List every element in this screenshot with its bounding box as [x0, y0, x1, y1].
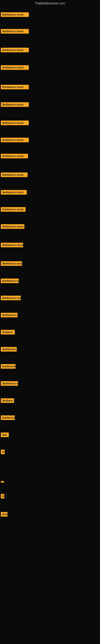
bottleneck-label-20[interactable]: Bottleneck r [1, 347, 17, 352]
bottleneck-label-1[interactable]: Bottleneck result [1, 12, 29, 17]
result-row-2: Bottleneck result [1, 29, 29, 34]
bottleneck-label-22[interactable]: Bottleneck re [1, 381, 18, 386]
result-row-7: Bottleneck result [1, 120, 29, 126]
result-row-28: B [1, 494, 4, 499]
bottleneck-label-15[interactable]: Bottleneck result [1, 261, 22, 266]
result-row-8: Bottleneck result [1, 138, 29, 143]
bottleneck-label-10[interactable]: Bottleneck result [1, 172, 28, 177]
bottleneck-label-14[interactable]: Bottleneck result [1, 243, 23, 247]
result-row-29: Bott [1, 512, 8, 518]
result-row-9: Bottleneck result [1, 154, 28, 159]
result-row-4: Bottleneck result [1, 65, 29, 71]
result-row-24: Bottleneck [1, 416, 15, 421]
bottleneck-label-17[interactable]: Bottleneck result [1, 296, 21, 300]
bottleneck-label-6[interactable]: Bottleneck result [1, 102, 29, 107]
bottleneck-label-12[interactable]: Bottleneck result [1, 207, 26, 212]
result-row-13: Bottleneck result [1, 224, 24, 230]
bottleneck-label-7[interactable]: Bottleneck result [1, 120, 29, 125]
result-row-25: Bot [1, 432, 9, 438]
result-row-26: B [1, 450, 5, 455]
bottleneck-label-23[interactable]: Bottlene [1, 398, 14, 403]
result-row-12: Bottleneck result [1, 207, 26, 212]
result-row-21: Bottleneck [1, 364, 16, 370]
site-title: TheBottlenecker.com [0, 0, 100, 7]
bottleneck-label-5[interactable]: Bottleneck result [1, 85, 29, 89]
result-row-11: Bottleneck result [1, 190, 27, 196]
bottleneck-label-29[interactable]: Bott [1, 512, 8, 516]
bottleneck-label-21[interactable]: Bottleneck [1, 364, 16, 369]
result-row-15: Bottleneck result [1, 261, 22, 267]
bottleneck-label-13[interactable]: Bottleneck result [1, 224, 24, 229]
bottleneck-label-2[interactable]: Bottleneck result [1, 29, 29, 34]
result-row-17: Bottleneck result [1, 296, 21, 301]
bottleneck-label-9[interactable]: Bottleneck result [1, 154, 28, 158]
result-row-20: Bottleneck r [1, 347, 17, 352]
result-row-27 [1, 480, 4, 484]
bottleneck-label-25[interactable]: Bot [1, 432, 9, 437]
result-row-14: Bottleneck result [1, 243, 23, 248]
result-row-5: Bottleneck result [1, 85, 29, 90]
result-row-22: Bottleneck re [1, 381, 18, 386]
bottleneck-label-18[interactable]: Bottleneck r [1, 313, 18, 317]
result-row-10: Bottleneck result [1, 172, 28, 178]
result-row-19: Bottlene [1, 330, 15, 335]
bottleneck-label-19[interactable]: Bottlene [1, 330, 15, 334]
bottleneck-label-28[interactable]: B [1, 494, 4, 498]
bottleneck-label-26[interactable]: B [1, 450, 5, 454]
result-row-18: Bottleneck r [1, 313, 18, 318]
result-row-16: Bottleneck re [1, 278, 19, 284]
bottleneck-label-3[interactable]: Bottleneck result [1, 48, 29, 52]
bottleneck-label-27[interactable] [1, 481, 4, 482]
bottleneck-label-8[interactable]: Bottleneck result [1, 138, 29, 142]
result-row-1: Bottleneck result [1, 12, 29, 18]
result-row-23: Bottlene [1, 398, 14, 404]
result-row-3: Bottleneck result [1, 48, 29, 53]
bottleneck-label-11[interactable]: Bottleneck result [1, 190, 27, 194]
bottleneck-label-16[interactable]: Bottleneck re [1, 278, 19, 283]
bottleneck-label-4[interactable]: Bottleneck result [1, 65, 29, 70]
result-row-6: Bottleneck result [1, 102, 29, 108]
bottleneck-label-24[interactable]: Bottleneck [1, 416, 15, 420]
